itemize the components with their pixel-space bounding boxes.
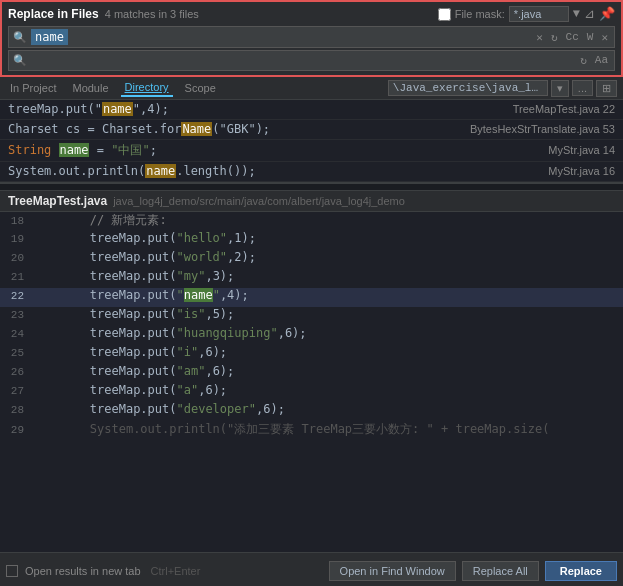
filter-dropdown-icon[interactable]: ▼ (573, 7, 580, 21)
line-number: 26 (0, 366, 32, 378)
preview-filepath: java_log4j_demo/src/main/java/com/albert… (113, 195, 405, 207)
replace-row: 🔍 ↻ Aa (8, 50, 615, 71)
refresh-btn[interactable]: ↻ (549, 30, 560, 45)
search-term: name (31, 29, 68, 45)
line-content: treeMap.put("hello",1); (32, 231, 256, 245)
preview-line: 18 // 新增元素: (0, 212, 623, 231)
line-number: 19 (0, 233, 32, 245)
preview-line: 21 treeMap.put("my",3); (0, 269, 623, 288)
panel-title: Replace in Files (8, 7, 99, 21)
preview-lines: 18 // 新增元素: 19 treeMap.put("hello",1); 2… (0, 212, 623, 440)
file-mask-checkbox[interactable] (438, 8, 451, 21)
line-number: 21 (0, 271, 32, 283)
preview-line: 29 System.out.println("添加三要素 TreeMap三要小数… (0, 421, 623, 440)
shortcut-label: Ctrl+Enter (151, 565, 201, 577)
match-count: 4 matches in 3 files (105, 8, 199, 20)
result-file: TreeMapTest.java 22 (513, 103, 615, 115)
result-file: MyStr.java 16 (548, 165, 615, 177)
pin-icon[interactable]: 📌 (599, 6, 615, 22)
line-content: treeMap.put("my",3); (32, 269, 234, 283)
result-row[interactable]: System.out.println(name.length()); MyStr… (0, 162, 623, 182)
result-row[interactable]: treeMap.put("name",4); TreeMapTest.java … (0, 100, 623, 120)
preview-line: 26 treeMap.put("am",6); (0, 364, 623, 383)
line-content: // 新增元素: (32, 212, 167, 229)
result-row[interactable]: String name = "中国"; MyStr.java 14 (0, 140, 623, 162)
result-code: String name = "中国"; (8, 142, 540, 159)
preview-line-active: 22 treeMap.put("name",4); (0, 288, 623, 307)
header-panel: Replace in Files 4 matches in 3 files Fi… (0, 0, 623, 77)
search-icon: 🔍 (13, 31, 27, 44)
file-mask-input[interactable] (509, 6, 569, 22)
line-number: 20 (0, 252, 32, 264)
line-number: 18 (0, 215, 32, 227)
line-number: 25 (0, 347, 32, 359)
main-area: treeMap.put("name",4); TreeMapTest.java … (0, 100, 623, 552)
line-content: treeMap.put("a",6); (32, 383, 227, 397)
filter-icon[interactable]: ⊿ (584, 6, 595, 22)
open-results-area[interactable]: Open results in new tab (6, 565, 141, 577)
line-number: 27 (0, 385, 32, 397)
line-content: treeMap.put("world",2); (32, 250, 256, 264)
whole-word-btn[interactable]: W (585, 30, 596, 44)
result-code: Charset cs = Charset.forName("GBK"); (8, 122, 462, 136)
line-number: 24 (0, 328, 32, 340)
line-number: 22 (0, 290, 32, 302)
line-number: 23 (0, 309, 32, 321)
search-actions: ✕ ↻ Cc W ✕ (534, 30, 610, 45)
open-results-checkbox[interactable] (6, 565, 18, 577)
preview-line: 27 treeMap.put("a",6); (0, 383, 623, 402)
line-content: treeMap.put("developer",6); (32, 402, 285, 416)
replace-word-btn[interactable]: Aa (593, 53, 610, 68)
file-mask-area: File mask: ▼ ⊿ 📌 (438, 6, 615, 22)
scope-tab-scope[interactable]: Scope (181, 80, 220, 96)
scope-more-btn[interactable]: ... (572, 80, 593, 96)
preview-line: 25 treeMap.put("i",6); (0, 345, 623, 364)
line-number: 29 (0, 424, 32, 436)
scope-tab-module[interactable]: Module (68, 80, 112, 96)
open-results-label: Open results in new tab (25, 565, 141, 577)
open-find-window-btn[interactable]: Open in Find Window (329, 561, 456, 581)
result-file: MyStr.java 14 (548, 144, 615, 156)
bottom-bar: Open results in new tab Ctrl+Enter Open … (0, 552, 623, 586)
scope-path-area: \Java_exercise\java_log4j_demo\src\main\… (388, 80, 617, 97)
result-row[interactable]: Charset cs = Charset.forName("GBK"); Byt… (0, 120, 623, 140)
preview-file-header: TreeMapTest.java java_log4j_demo/src/mai… (0, 191, 623, 212)
preview-line: 19 treeMap.put("hello",1); (0, 231, 623, 250)
header-top-row: Replace in Files 4 matches in 3 files Fi… (8, 6, 615, 22)
line-content: treeMap.put("huangqiuping",6); (32, 326, 307, 340)
case-sensitive-btn[interactable]: Cc (564, 30, 581, 44)
scope-dropdown-btn[interactable]: ▾ (551, 80, 569, 97)
replace-input[interactable] (31, 54, 578, 68)
line-number: 28 (0, 404, 32, 416)
replace-icon: 🔍 (13, 54, 27, 67)
preview-line: 28 treeMap.put("developer",6); (0, 402, 623, 421)
clear-search-btn[interactable]: ✕ (534, 30, 545, 45)
line-content: treeMap.put("name",4); (32, 288, 249, 302)
scope-grid-btn[interactable]: ⊞ (596, 80, 617, 97)
scope-tab-directory[interactable]: Directory (121, 79, 173, 97)
scope-bar: In Project Module Directory Scope \Java_… (0, 77, 623, 100)
replace-btn[interactable]: Replace (545, 561, 617, 581)
search-row: 🔍 name ✕ ↻ Cc W ✕ (8, 26, 615, 48)
results-list: treeMap.put("name",4); TreeMapTest.java … (0, 100, 623, 183)
result-code: treeMap.put("name",4); (8, 102, 505, 116)
replace-case-btn[interactable]: ↻ (578, 53, 589, 68)
replace-all-btn[interactable]: Replace All (462, 561, 539, 581)
file-mask-label: File mask: (455, 8, 505, 20)
scope-path: \Java_exercise\java_log4j_demo\src\main\… (388, 80, 548, 96)
line-content: treeMap.put("am",6); (32, 364, 234, 378)
result-code: System.out.println(name.length()); (8, 164, 540, 178)
preview-line: 23 treeMap.put("is",5); (0, 307, 623, 326)
replace-actions: ↻ Aa (578, 53, 610, 68)
more-btn[interactable]: ✕ (599, 30, 610, 45)
line-content: System.out.println("添加三要素 TreeMap三要小数方: … (32, 421, 549, 438)
preview-line: 20 treeMap.put("world",2); (0, 250, 623, 269)
result-file: BytesHexStrTranslate.java 53 (470, 123, 615, 135)
line-content: treeMap.put("is",5); (32, 307, 234, 321)
preview-filename: TreeMapTest.java (8, 194, 107, 208)
scope-tab-project[interactable]: In Project (6, 80, 60, 96)
preview-panel: TreeMapTest.java java_log4j_demo/src/mai… (0, 191, 623, 552)
separator-line (0, 183, 623, 191)
preview-line: 24 treeMap.put("huangqiuping",6); (0, 326, 623, 345)
line-content: treeMap.put("i",6); (32, 345, 227, 359)
